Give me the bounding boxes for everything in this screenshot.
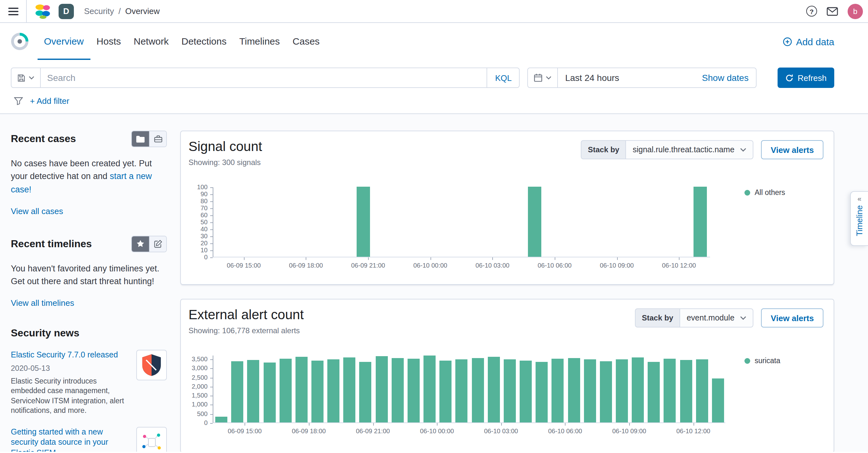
signal-count-title: Signal count xyxy=(188,139,262,154)
chart-bar xyxy=(632,357,644,422)
y-tick-label: 70 xyxy=(188,205,208,212)
signal-count-subtitle: Showing: 300 signals xyxy=(188,158,262,167)
tab-cases[interactable]: Cases xyxy=(286,23,326,60)
y-tick-label: 80 xyxy=(188,198,208,205)
y-tick-label: 0 xyxy=(188,254,208,261)
x-tick-label: 06-10 12:00 xyxy=(664,427,722,434)
x-tick-mark xyxy=(368,258,369,260)
add-filter-button[interactable]: + Add filter xyxy=(30,96,69,105)
elastic-logo-icon xyxy=(35,3,51,19)
y-tick-label: 2,500 xyxy=(188,374,208,381)
x-tick-mark xyxy=(679,258,680,260)
chart-bar xyxy=(600,361,612,422)
chart-plot[interactable] xyxy=(213,187,710,258)
chart-bar xyxy=(693,187,707,257)
show-dates-button[interactable]: Show dates xyxy=(694,72,756,83)
chart-bar xyxy=(712,379,724,422)
chart-bar xyxy=(472,358,484,422)
saved-query-menu-button[interactable] xyxy=(11,68,41,87)
app-nav: Overview Hosts Network Detections Timeli… xyxy=(0,23,868,60)
y-tick-label: 500 xyxy=(188,411,208,417)
signal-view-alerts-button[interactable]: View alerts xyxy=(761,140,824,159)
news-item-thumbnail[interactable] xyxy=(136,350,167,381)
signal-count-chart[interactable]: 010203040506070809010006-09 15:0006-09 1… xyxy=(188,187,710,274)
y-tick-mark xyxy=(210,414,213,415)
tab-hosts[interactable]: Hosts xyxy=(90,23,127,60)
legend-item[interactable]: suricata xyxy=(744,357,780,364)
date-quick-menu-button[interactable] xyxy=(528,68,558,87)
tab-timelines[interactable]: Timelines xyxy=(233,23,286,60)
add-data-button[interactable]: Add data xyxy=(783,36,834,47)
stack-by-label: Stack by xyxy=(635,308,680,328)
recent-timelines-empty-text: You haven't favorited any timelines yet.… xyxy=(11,263,167,288)
x-tick-mark xyxy=(245,423,246,426)
recent-timelines-filter-group xyxy=(131,236,167,252)
x-tick-mark xyxy=(629,423,630,426)
x-tick-label: 06-10 09:00 xyxy=(600,427,658,434)
timeline-flyout-toggle[interactable]: « Timeline xyxy=(850,191,868,246)
last-updated-timelines-button[interactable] xyxy=(149,236,166,252)
user-avatar[interactable]: b xyxy=(848,3,863,19)
y-tick-mark xyxy=(210,378,213,378)
chart-bar xyxy=(488,357,500,422)
y-tick-label: 10 xyxy=(188,247,208,253)
space-badge[interactable]: D xyxy=(59,3,74,19)
tab-overview[interactable]: Overview xyxy=(38,23,90,60)
view-all-cases-link[interactable]: View all cases xyxy=(11,206,63,216)
news-item-title-link[interactable]: Elastic Security 7.7.0 released xyxy=(11,350,130,361)
query-language-button[interactable]: KQL xyxy=(487,68,519,87)
recently-created-cases-button[interactable] xyxy=(132,131,149,147)
filter-icon xyxy=(14,96,23,105)
chart-bar xyxy=(664,359,676,422)
search-input[interactable] xyxy=(41,72,487,83)
news-item-thumbnail[interactable] xyxy=(136,427,167,452)
external-stack-by-select[interactable]: event.module xyxy=(680,308,753,328)
y-tick-mark xyxy=(210,222,213,223)
external-alert-chart[interactable]: 05001,0001,5002,0002,5003,0003,50006-09 … xyxy=(188,356,725,440)
query-section: KQL Last 24 hours Show dates Refresh xyxy=(0,60,868,114)
signal-count-panel: Signal count Showing: 300 signals Stack … xyxy=(180,131,834,285)
filter-row: + Add filter xyxy=(11,94,834,107)
security-news-section: Security news Elastic Security 7.7.0 rel… xyxy=(11,328,167,452)
my-reported-cases-button[interactable] xyxy=(149,131,166,147)
chart-plot[interactable] xyxy=(213,356,725,423)
edit-icon xyxy=(154,240,162,248)
refresh-button[interactable]: Refresh xyxy=(778,67,834,88)
signal-stack-by-select[interactable]: signal.rule.threat.tactic.name xyxy=(626,140,754,159)
chart-bar xyxy=(360,362,372,422)
tab-network[interactable]: Network xyxy=(127,23,175,60)
elastic-logo[interactable] xyxy=(35,3,51,19)
favorite-timelines-button[interactable] xyxy=(132,236,149,252)
x-tick-label: 06-09 15:00 xyxy=(216,427,274,434)
x-tick-mark xyxy=(430,258,431,260)
y-tick-mark xyxy=(210,359,213,360)
news-item-title-link[interactable]: Getting started with a new security data… xyxy=(11,427,130,452)
content-area: Recent cases No xyxy=(0,114,868,452)
y-tick-mark xyxy=(210,405,213,405)
external-view-alerts-button[interactable]: View alerts xyxy=(761,308,824,328)
legend-item[interactable]: All others xyxy=(744,189,785,196)
siem-logo-icon xyxy=(11,32,29,50)
hamburger-menu-icon[interactable] xyxy=(0,0,27,22)
chart-bar xyxy=(311,361,323,422)
refresh-icon xyxy=(785,73,794,82)
y-tick-mark xyxy=(210,258,213,258)
x-tick-label: 06-09 21:00 xyxy=(339,262,397,269)
header-left: D Security / Overview xyxy=(0,0,160,22)
y-tick-label: 60 xyxy=(188,212,208,218)
chart-bar xyxy=(231,362,243,422)
help-button[interactable]: ? xyxy=(806,6,817,17)
x-tick-label: 06-10 06:00 xyxy=(536,427,594,434)
x-tick-label: 06-10 00:00 xyxy=(402,262,459,269)
recent-cases-empty-text: No cases have been created yet. Put your… xyxy=(11,157,167,196)
x-tick-label: 06-10 03:00 xyxy=(464,262,521,269)
newsfeed-button[interactable] xyxy=(827,7,838,16)
breadcrumb-security[interactable]: Security xyxy=(84,6,114,16)
chart-bar xyxy=(344,358,356,422)
news-item-description: Elastic Security introduces embedded cas… xyxy=(11,376,130,416)
date-range-value[interactable]: Last 24 hours xyxy=(558,72,694,83)
recent-timelines-section: Recent timelines xyxy=(11,236,167,309)
external-alert-subtitle: Showing: 106,778 external alerts xyxy=(188,326,304,335)
tab-detections[interactable]: Detections xyxy=(175,23,233,60)
view-all-timelines-link[interactable]: View all timelines xyxy=(11,299,74,308)
